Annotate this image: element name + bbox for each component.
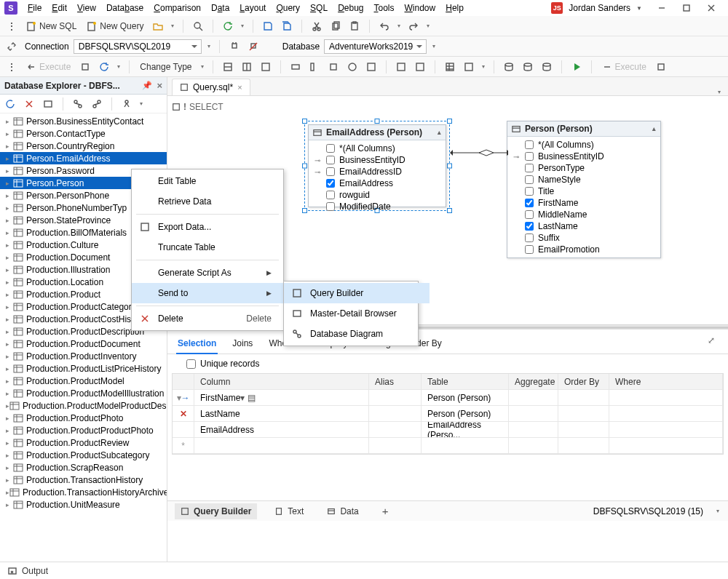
tree-item[interactable]: ▸Person.BusinessEntityContact bbox=[0, 115, 167, 127]
entity-column[interactable]: MiddleName bbox=[507, 209, 660, 220]
menu-data[interactable]: Data bbox=[207, 1, 234, 15]
plug-icon[interactable] bbox=[227, 39, 242, 54]
connection-combo[interactable]: DBFSQLSRV\SQL2019 bbox=[74, 39, 202, 54]
tree-item[interactable]: ▸Production.ScrapReason bbox=[0, 461, 167, 474]
tree-item[interactable]: ▸Production.ProductReview bbox=[0, 436, 167, 449]
entity-column[interactable]: EmailPromotion bbox=[507, 244, 660, 255]
menu-database[interactable]: Database bbox=[102, 1, 148, 15]
tree-item[interactable]: ▸Person.CountryRegion bbox=[0, 140, 167, 152]
collapse-icon[interactable]: ▴ bbox=[438, 129, 441, 136]
bottom-tab-querybuilder[interactable]: Query Builder bbox=[175, 503, 257, 519]
tab-overflow-icon[interactable]: ▾ bbox=[716, 89, 722, 95]
user-dropdown-icon[interactable]: ▼ bbox=[636, 5, 642, 12]
window-close-button[interactable] bbox=[699, 0, 724, 16]
menu-debug[interactable]: Debug bbox=[333, 1, 368, 15]
ctx-send-to[interactable]: Send to▶ Query Builder Master-Detail Bro… bbox=[132, 283, 283, 303]
tree-item[interactable]: ▸Production.ProductListPriceHistory bbox=[0, 362, 167, 375]
entity-column[interactable]: Suffix bbox=[507, 232, 660, 244]
entity-column[interactable]: PersonType bbox=[507, 162, 660, 174]
entity-column[interactable]: FirstName bbox=[507, 197, 660, 209]
database-combo[interactable]: AdventureWorks2019 bbox=[324, 39, 427, 54]
tree-item[interactable]: ▸Production.ProductProductPhoto bbox=[0, 424, 167, 436]
context-menu[interactable]: Edit Table Retrieve Data Export Data... … bbox=[131, 169, 284, 331]
entity-column[interactable]: rowguid bbox=[309, 189, 446, 201]
menu-edit[interactable]: Edit bbox=[47, 1, 71, 15]
tree-item[interactable]: ▸Production.ProductDocument bbox=[0, 338, 167, 350]
execute-right-button[interactable]: Execute bbox=[599, 60, 649, 73]
expand-icon[interactable]: ⤢ bbox=[708, 335, 715, 354]
bottom-tab-add[interactable]: + bbox=[376, 502, 395, 520]
lower-tab-selection[interactable]: Selection bbox=[176, 335, 218, 354]
context-submenu[interactable]: Query Builder Master-Detail Browser Data… bbox=[283, 281, 419, 346]
ctx-delete[interactable]: DeleteDelete bbox=[132, 308, 283, 329]
relationship-line[interactable] bbox=[450, 147, 508, 159]
window-maximize-button[interactable] bbox=[674, 0, 699, 16]
entity-column[interactable]: LastName bbox=[507, 220, 660, 232]
tree-item[interactable]: ▸Production.TransactionHistoryArchive bbox=[0, 486, 167, 498]
stop-icon[interactable] bbox=[78, 60, 92, 74]
find-icon[interactable] bbox=[191, 19, 205, 33]
user-name[interactable]: Jordan Sanders bbox=[569, 3, 630, 13]
grid-row[interactable]: EmailAddressEmailAddress (Perso... bbox=[173, 422, 723, 438]
save-all-icon[interactable] bbox=[280, 19, 294, 33]
entity-person[interactable]: Person (Person) ▴ *(All Columns)⊸Busines… bbox=[507, 121, 661, 258]
filter2-icon[interactable] bbox=[90, 97, 104, 111]
grid-row[interactable]: ▾ →FirstName ▾ ▤Person (Person) bbox=[173, 390, 723, 406]
execute-disabled-button[interactable]: Execute bbox=[23, 60, 74, 73]
cut-icon[interactable] bbox=[309, 19, 324, 33]
db-action1-icon[interactable] bbox=[502, 60, 516, 74]
ctx-truncate[interactable]: Truncate Table bbox=[132, 237, 283, 257]
menu-comparison[interactable]: Comparison bbox=[149, 1, 205, 15]
open-icon[interactable] bbox=[151, 19, 165, 33]
paste-icon[interactable] bbox=[347, 19, 362, 33]
menu-help[interactable]: Help bbox=[441, 1, 468, 15]
ctx-db-diagram[interactable]: Database Diagram bbox=[284, 324, 430, 344]
ctx-export-data[interactable]: Export Data... bbox=[132, 217, 283, 237]
tree-item[interactable]: ▸Production.UnitMeasure bbox=[0, 498, 167, 511]
save-icon[interactable] bbox=[261, 19, 275, 33]
ctx-query-builder[interactable]: Query Builder bbox=[284, 283, 430, 303]
menu-sql[interactable]: SQL bbox=[306, 1, 332, 15]
entity-column[interactable]: ModifiedDate bbox=[309, 201, 446, 212]
layout3-icon[interactable] bbox=[258, 60, 273, 74]
window-minimize-button[interactable] bbox=[649, 0, 674, 16]
tree-item[interactable]: ▸Production.ProductInventory bbox=[0, 350, 167, 362]
layout2-icon[interactable] bbox=[240, 60, 254, 74]
delete-node-icon[interactable] bbox=[22, 97, 36, 111]
menu-window[interactable]: Window bbox=[400, 1, 440, 15]
entity-email-selection[interactable]: EmailAddress (Person) ▴ *(All Columns)⊸B… bbox=[304, 121, 450, 211]
tree-item[interactable]: ▸Production.TransactionHistory bbox=[0, 474, 167, 486]
entity-column[interactable]: ⊸EmailAddressID bbox=[309, 166, 446, 177]
entity-column[interactable]: ⊸BusinessEntityID bbox=[507, 151, 660, 162]
close-panel-icon[interactable]: × bbox=[157, 80, 162, 91]
filter1-icon[interactable] bbox=[71, 97, 85, 111]
output-label[interactable]: Output bbox=[22, 566, 48, 576]
tree-item[interactable]: ▸Production.ProductPhoto bbox=[0, 412, 167, 424]
entity-column[interactable]: ⊸BusinessEntityID bbox=[309, 154, 446, 166]
filter3-icon[interactable] bbox=[119, 97, 134, 111]
entity-column[interactable]: *(All Columns) bbox=[309, 143, 446, 154]
refresh-tree-icon[interactable] bbox=[3, 97, 17, 111]
tab-query[interactable]: Query.sql* × bbox=[172, 79, 250, 95]
entity-column[interactable]: Title bbox=[507, 185, 660, 197]
pin-icon[interactable]: 📌 bbox=[142, 81, 152, 90]
redo-icon[interactable] bbox=[406, 19, 421, 33]
new-query-button[interactable]: New Query bbox=[84, 20, 146, 33]
tree-item[interactable]: ▸Production.ProductModelProductDescripti… bbox=[0, 399, 167, 412]
tab-close-icon[interactable]: × bbox=[237, 83, 242, 92]
tree-item[interactable]: ▸Production.ProductModelIllustration bbox=[0, 387, 167, 399]
reload-icon[interactable] bbox=[97, 60, 111, 74]
grid-view-icon[interactable] bbox=[443, 60, 457, 74]
entity-person-header[interactable]: Person (Person) ▴ bbox=[507, 121, 660, 137]
selection-grid[interactable]: Column Alias Table Aggregate Order By Wh… bbox=[172, 373, 724, 455]
change-type-button[interactable]: Change Type bbox=[137, 60, 194, 73]
lower-tab-joins[interactable]: Joins bbox=[231, 335, 254, 354]
menu-file[interactable]: File bbox=[23, 1, 46, 15]
entity-column[interactable]: NameStyle bbox=[507, 174, 660, 185]
undo-icon[interactable] bbox=[377, 19, 392, 33]
ctx-edit-table[interactable]: Edit Table bbox=[132, 171, 283, 191]
refresh-icon[interactable] bbox=[221, 19, 235, 33]
tree-item[interactable]: ▸Production.ProductSubcategory bbox=[0, 449, 167, 461]
menu-layout[interactable]: Layout bbox=[235, 1, 270, 15]
entity-column[interactable]: *(All Columns) bbox=[507, 139, 660, 151]
